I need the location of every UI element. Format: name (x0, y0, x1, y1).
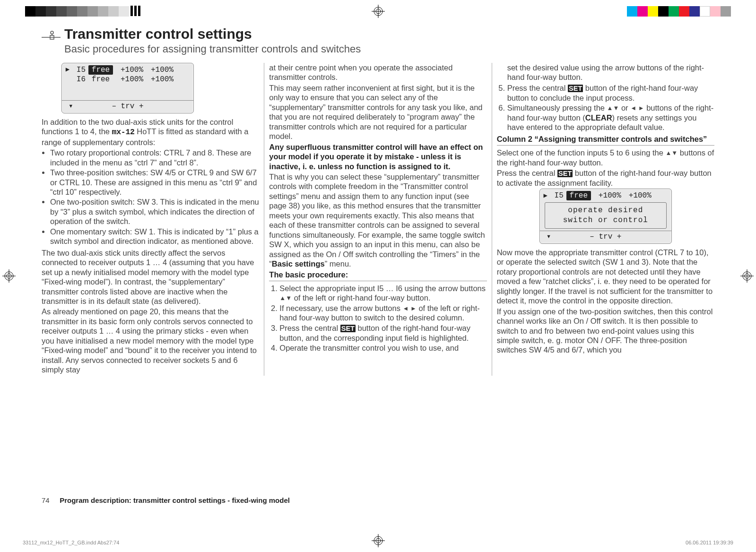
list-item: Select the appropriate input I5 … I6 usi… (279, 284, 487, 303)
list-item: Press the central SET button of the righ… (507, 83, 714, 103)
body-text: That is why you can select these “supple… (269, 172, 487, 269)
lcd-down-arrow-icon: ▾ (69, 102, 73, 112)
body-text: As already mentioned on page 20, this me… (42, 307, 259, 374)
print-slug-left: 33112_mx12_HoTT_2_GB.indd Abs27:74 (23, 540, 119, 545)
svg-point-18 (51, 31, 53, 34)
body-text: In addition to the two dual-axis stick u… (42, 117, 259, 147)
up-down-arrow-icon: ▲▼ (607, 104, 619, 112)
column-2: at their centre point when you operate t… (264, 63, 491, 376)
body-text: Press the central SET button of the righ… (497, 168, 714, 188)
lcd-display-2: ▶ I5 free +100% +100% operate desired sw… (539, 189, 672, 243)
list-item: If necessary, use the arrow buttons ◄ ► … (279, 303, 487, 323)
body-text: at their centre point when you operate t… (269, 63, 487, 82)
page-title: Transmitter control settings (64, 26, 714, 42)
lcd-message-line: switch or control (545, 216, 666, 225)
footer-text: Program description: transmitter control… (60, 496, 290, 504)
list-item: Two rotary proportional controls: CTRL 7… (50, 148, 259, 167)
lcd-message-line: operate desired (545, 206, 666, 216)
left-right-arrow-icon: ◄ ► (403, 305, 417, 312)
body-text: Any superfluous transmitter control will… (269, 142, 487, 171)
list-item: Simultaneously pressing the ▲▼ or ◄ ► bu… (507, 103, 714, 132)
left-right-arrow-icon: ◄ ► (630, 104, 644, 112)
body-text: Select one of the function inputs 5 to 6… (497, 148, 714, 167)
list-item: One two-position switch: SW 3. This is i… (50, 197, 259, 226)
lcd-display-1: ▶ I5 free +100% +100% I6 free +100% +100… (61, 63, 194, 113)
column-3: set the desired value using the arrow bu… (492, 63, 714, 376)
divider-line (269, 281, 487, 281)
printer-registration-bars (130, 6, 142, 16)
registration-mark-icon (372, 5, 385, 18)
page-footer: 74 Program description: transmitter cont… (42, 496, 290, 504)
lcd-row: I6 free +100% +100% (65, 75, 191, 84)
bullet-list: Two rotary proportional controls: CTRL 7… (42, 148, 259, 246)
registration-mark-icon (740, 269, 754, 283)
column-1: ▶ I5 free +100% +100% I6 free +100% +100… (42, 63, 264, 376)
body-text: The two dual-axis stick units directly a… (42, 248, 259, 306)
body-text: set the desired value using the arrow bu… (497, 63, 714, 82)
set-button-icon: SET (568, 85, 583, 92)
manual-page: Transmitter control settings Basic proce… (42, 26, 714, 526)
printer-color-bars-left (25, 6, 129, 17)
registration-mark-icon (2, 269, 16, 283)
set-button-icon: SET (340, 325, 356, 332)
list-item: Operate the transmitter control you wish… (279, 343, 487, 353)
print-slug-right: 06.06.2011 19:39:39 (686, 540, 733, 545)
lcd-footer-label: – trv + (590, 233, 621, 242)
up-down-arrow-icon: ▲▼ (666, 149, 678, 156)
sub-heading: Column 2 “Assigning transmitter controls… (497, 134, 714, 144)
page-number: 74 (42, 496, 58, 504)
printer-color-bars-right (627, 6, 731, 17)
list-item: Two three-position switches: SW 4/5 or C… (50, 168, 259, 197)
numbered-list: Select the appropriate input I5 … I6 usi… (269, 284, 487, 353)
sub-heading: The basic procedure: (269, 270, 487, 279)
lcd-down-arrow-icon: ▾ (547, 233, 551, 242)
list-item: One momentary switch: SW 1. This is indi… (50, 227, 259, 246)
lcd-row: ▶ I5 free +100% +100% (543, 191, 669, 200)
body-text: If you assign one of the two-position sw… (497, 307, 714, 355)
lcd-row: ▶ I5 free +100% +100% (65, 65, 191, 75)
registration-mark-icon (372, 534, 385, 547)
set-button-icon: SET (557, 170, 573, 177)
numbered-list: Press the central SET button of the righ… (497, 83, 714, 132)
divider-line (497, 145, 714, 146)
body-text: This may seem rather inconvenient at fir… (269, 83, 487, 141)
list-item: Press the central SET button of the righ… (279, 323, 487, 343)
lcd-footer-label: – trv + (112, 102, 143, 112)
page-subtitle: Basic procedures for assigning transmitt… (64, 43, 714, 55)
section-icon (42, 26, 64, 43)
body-text: Now move the appropriate transmitter con… (497, 248, 714, 306)
up-down-arrow-icon: ▲▼ (279, 294, 292, 302)
